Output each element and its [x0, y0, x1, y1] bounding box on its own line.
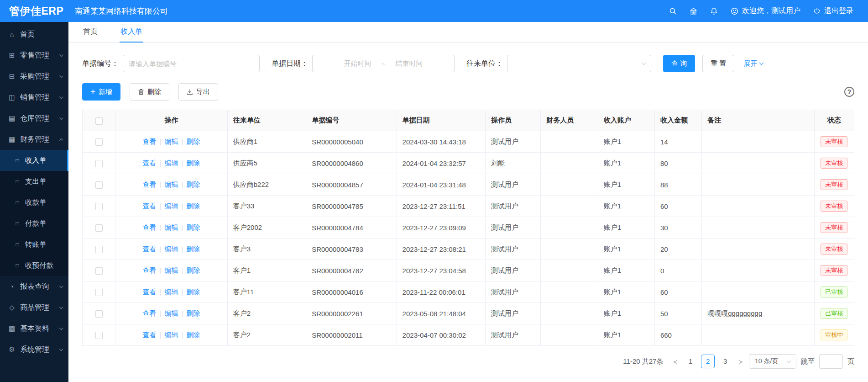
date-cell: 2023-04-07 00:30:02: [397, 324, 485, 346]
logout-button[interactable]: 退出登录: [813, 6, 853, 16]
row-checkbox[interactable]: [95, 332, 103, 339]
bill-no-cell: SR00000002011: [306, 324, 397, 346]
bill-no-input[interactable]: [123, 55, 260, 72]
system-icon: ⚙: [7, 345, 16, 354]
sidebar-item-home[interactable]: ⌂首页: [0, 24, 68, 45]
separator: |: [160, 331, 162, 339]
view-link[interactable]: 查看: [143, 288, 157, 296]
delete-link[interactable]: 删除: [186, 138, 200, 145]
edit-link[interactable]: 编辑: [164, 309, 178, 317]
delete-link[interactable]: 删除: [186, 159, 200, 167]
row-checkbox[interactable]: [95, 138, 103, 146]
sidebar-item-warehouse[interactable]: ▤仓库管理: [0, 108, 68, 129]
view-link[interactable]: 查看: [143, 180, 157, 188]
delete-link[interactable]: 删除: [186, 331, 200, 339]
delete-button[interactable]: 删除: [130, 83, 169, 101]
prev-page-button[interactable]: <: [671, 358, 679, 366]
edit-link[interactable]: 编辑: [164, 223, 178, 231]
content-area: 单据编号： 单据日期： 开始时间 ~ 结束时间 往来单位：: [68, 43, 868, 382]
sidebar-item-system[interactable]: ⚙系统管理: [0, 339, 68, 360]
reset-button[interactable]: 重 置: [702, 55, 734, 72]
warehouse-icon: ▤: [7, 114, 16, 122]
edit-link[interactable]: 编辑: [164, 266, 178, 274]
amount-cell: 80: [654, 153, 701, 174]
sidebar-subitem[interactable]: □付款单: [0, 213, 68, 234]
row-checkbox[interactable]: [95, 246, 103, 253]
chevron-down-icon: [787, 359, 791, 363]
view-link[interactable]: 查看: [143, 245, 157, 253]
sidebar-subitem[interactable]: □收款单: [0, 192, 68, 213]
bell-icon[interactable]: [710, 7, 718, 15]
row-checkbox[interactable]: [95, 267, 103, 275]
row-checkbox[interactable]: [95, 310, 103, 318]
date-range-picker[interactable]: 开始时间 ~ 结束时间: [312, 55, 455, 72]
sidebar-item-purchase[interactable]: ⊟采购管理: [0, 66, 68, 87]
delete-link[interactable]: 删除: [186, 266, 200, 274]
help-icon[interactable]: ?: [844, 87, 854, 97]
next-page-button[interactable]: >: [737, 358, 744, 366]
sidebar-item-retail[interactable]: ⊞零售管理: [0, 45, 68, 66]
view-link[interactable]: 查看: [143, 138, 157, 145]
jump-input[interactable]: [819, 354, 843, 369]
remark-cell: [702, 174, 815, 196]
sidebar-item-sales[interactable]: ◫销售管理: [0, 87, 68, 108]
view-link[interactable]: 查看: [143, 266, 157, 274]
search-icon[interactable]: [669, 7, 677, 15]
view-link[interactable]: 查看: [143, 331, 157, 339]
delete-link[interactable]: 删除: [186, 223, 200, 231]
page-button-2[interactable]: 2: [701, 355, 715, 368]
delete-link[interactable]: 删除: [186, 288, 200, 296]
expand-link[interactable]: 展开: [743, 59, 763, 68]
sidebar-subitem[interactable]: □支出单: [0, 171, 68, 192]
edit-link[interactable]: 编辑: [164, 288, 178, 296]
tab-active[interactable]: 收入单: [120, 22, 143, 42]
edit-link[interactable]: 编辑: [164, 180, 178, 188]
date-cell: 2023-11-22 00:06:01: [397, 281, 485, 303]
sidebar-subitem[interactable]: □收预付款: [0, 255, 68, 276]
user-welcome[interactable]: 欢迎您，测试用户: [731, 6, 800, 16]
sidebar-item-finance[interactable]: ▦财务管理: [0, 129, 68, 150]
row-checkbox[interactable]: [95, 203, 103, 210]
add-button[interactable]: + 新增: [82, 83, 120, 101]
edit-link[interactable]: 编辑: [164, 245, 178, 253]
page-button-1[interactable]: 1: [684, 355, 697, 368]
view-link[interactable]: 查看: [143, 309, 157, 317]
edit-link[interactable]: 编辑: [164, 138, 178, 145]
edit-link[interactable]: 编辑: [164, 159, 178, 167]
view-link[interactable]: 查看: [143, 223, 157, 231]
delete-link[interactable]: 删除: [186, 245, 200, 253]
unit-select[interactable]: [507, 55, 651, 72]
building-icon[interactable]: [690, 7, 697, 15]
sidebar-item-label: 零售管理: [20, 51, 49, 60]
chevron-up-icon: [59, 138, 63, 142]
date-start-placeholder: 开始时间: [344, 59, 371, 68]
delete-link[interactable]: 删除: [186, 180, 200, 188]
search-button[interactable]: 查 询: [663, 55, 695, 72]
sidebar-subitem[interactable]: □转账单: [0, 234, 68, 255]
page-button-3[interactable]: 3: [718, 355, 732, 368]
unit-cell: 客户33: [227, 196, 306, 217]
row-checkbox[interactable]: [95, 160, 103, 167]
export-button[interactable]: 导出: [178, 83, 218, 101]
row-checkbox[interactable]: [95, 289, 103, 296]
sidebar-item-goods[interactable]: ◇商品管理: [0, 297, 68, 318]
sidebar-subitem[interactable]: □收入单: [0, 150, 68, 171]
view-link[interactable]: 查看: [143, 159, 157, 167]
sidebar-item-basic[interactable]: ▩基本资料: [0, 318, 68, 339]
delete-link[interactable]: 删除: [186, 202, 200, 210]
edit-link[interactable]: 编辑: [164, 202, 178, 210]
edit-link[interactable]: 编辑: [164, 331, 178, 339]
view-link[interactable]: 查看: [143, 202, 157, 210]
operator-cell: 测试用户: [486, 196, 541, 217]
separator: |: [181, 202, 183, 210]
row-checkbox[interactable]: [95, 224, 103, 232]
status-badge: 未审核: [821, 265, 847, 276]
tab-item[interactable]: 首页: [82, 22, 99, 42]
row-checkbox[interactable]: [95, 181, 103, 189]
sidebar-item-report[interactable]: ◔报表查询: [0, 276, 68, 297]
delete-link[interactable]: 删除: [186, 309, 200, 317]
select-all-checkbox[interactable]: [95, 117, 103, 125]
chevron-down-icon: [59, 284, 63, 287]
company-name: 南通某某网络科技有限公司: [75, 6, 168, 16]
page-size-select[interactable]: 10 条/页: [749, 354, 796, 369]
